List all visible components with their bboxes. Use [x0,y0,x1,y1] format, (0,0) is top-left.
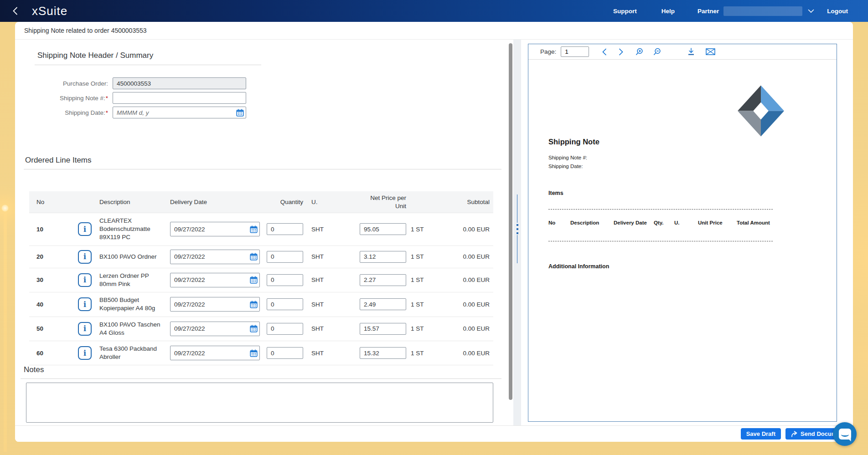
delivery-date-calendar-button[interactable] [249,253,258,261]
doc-meta: Shipping Note #: Shipping Date: [548,153,587,171]
item-net-price-cell [338,323,406,335]
scrollbar-thumb[interactable] [509,43,512,400]
quantity-field[interactable] [267,323,303,335]
zoom-in-button[interactable] [636,48,643,56]
item-subtotal: 0.00 EUR [441,301,493,308]
delivery-date-calendar-button[interactable] [249,349,258,357]
splitter-grip-icon[interactable] [513,194,521,263]
delivery-date-calendar-button[interactable] [249,276,258,284]
page-title: Shipping Note related to order 450000355… [15,22,853,40]
item-info-cell: i [70,297,99,311]
item-net-price-cell [338,274,406,286]
delivery-date-calendar-button[interactable] [249,325,258,333]
shipping-date-calendar-button[interactable] [236,108,244,117]
item-info-cell: i [70,250,99,264]
doc-col-header: Qty. [654,220,674,225]
calendar-icon [250,325,258,332]
net-price-field[interactable] [360,298,406,310]
delivery-date-calendar-button[interactable] [249,300,258,308]
section-title-line-items: Ordered Line Items [25,156,508,165]
logout-link[interactable]: Logout [827,8,848,15]
item-quantity-cell [267,251,310,263]
item-per-unit: 1 ST [406,301,441,308]
net-price-field[interactable] [360,347,406,359]
item-unit: SHT [310,276,338,283]
item-per-unit: 1 ST [406,325,441,332]
line-items-body: 10iCLEARTEX Bodenschutzmatte 89X119 PCSH… [29,213,493,365]
item-info-cell: i [70,222,99,236]
purchase-order-label: Purchase Order: [15,80,108,87]
item-info-cell: i [70,346,99,360]
item-number: 40 [29,301,70,308]
chevron-left-icon [12,7,18,15]
item-unit: SHT [310,350,338,357]
section-divider [24,169,501,169]
help-link[interactable]: Help [661,8,675,15]
delivery-date-field[interactable] [170,297,260,312]
item-per-unit: 1 ST [406,253,441,260]
net-price-field[interactable] [360,274,406,286]
quantity-field[interactable] [267,274,303,286]
delivery-date-field[interactable] [170,273,260,287]
item-description: BB500 Budget Kopierpapier A4 80g [99,296,170,312]
quantity-field[interactable] [267,223,303,235]
support-link[interactable]: Support [613,8,637,15]
next-page-button[interactable] [619,48,624,56]
shipping-date-field[interactable] [113,107,246,118]
calendar-icon [250,225,258,233]
partner-caret[interactable] [808,9,814,13]
info-icon[interactable]: i [78,346,92,360]
quantity-field[interactable] [267,298,303,310]
zoom-out-button[interactable] [653,48,661,56]
item-description: CLEARTEX Bodenschutzmatte 89X119 PC [99,217,170,242]
col-header-unit: U. [310,199,338,205]
delivery-date-field[interactable] [170,322,260,336]
page-number-input[interactable] [561,46,589,57]
delivery-date-field[interactable] [170,250,260,264]
doc-additional-info-title: Additional Information [548,263,609,270]
shipping-date-label: Shipping Date:* [15,109,108,116]
download-icon [687,48,695,56]
item-per-unit: 1 ST [406,350,441,357]
partner-select[interactable] [723,6,802,16]
calendar-icon [250,301,258,308]
net-price-field[interactable] [360,323,406,335]
action-footer: Save Draft Send Document [15,425,853,442]
chat-launcher[interactable] [833,422,857,446]
delivery-date-field[interactable] [170,222,260,236]
vertical-scrollbar[interactable] [508,40,513,425]
doc-title: Shipping Note [548,138,599,146]
net-price-field[interactable] [360,251,406,263]
delivery-date-calendar-button[interactable] [249,225,258,233]
col-header-quantity: Quantity [267,199,310,205]
item-info-cell: i [70,273,99,287]
doc-col-header: U. [674,220,698,225]
send-email-button[interactable] [706,48,715,55]
quantity-field[interactable] [267,347,303,359]
section-title-notes: Notes [24,365,508,374]
top-navigation: Support Help Partner Logout [613,6,868,16]
save-draft-button[interactable]: Save Draft [741,428,781,440]
item-delivery-date-cell [170,250,267,264]
info-icon[interactable]: i [78,250,92,264]
info-icon[interactable]: i [78,273,92,287]
item-description: Tesa 6300 Packband Abroller [99,345,170,361]
delivery-date-field[interactable] [170,346,260,360]
line-item-row: 50iBX100 PAVO Taschen A4 GlossSHT1 ST0.0… [29,317,493,341]
shipping-note-field[interactable] [113,92,246,104]
purchase-order-field[interactable] [113,77,246,89]
net-price-field[interactable] [360,223,406,235]
notes-textarea[interactable] [26,383,493,423]
info-icon[interactable]: i [78,222,92,236]
previous-page-button[interactable] [602,48,607,56]
info-icon[interactable]: i [78,297,92,311]
line-items-header: No Description Delivery Date Quantity U.… [29,191,493,213]
quantity-field[interactable] [267,251,303,263]
info-icon[interactable]: i [78,322,92,336]
pane-splitter[interactable] [513,40,521,425]
download-button[interactable] [687,48,695,56]
zoom-in-icon [636,48,643,56]
shipping-note-label: Shipping Note #:* [15,95,108,102]
back-button[interactable] [9,5,21,17]
item-delivery-date-cell [170,273,267,287]
